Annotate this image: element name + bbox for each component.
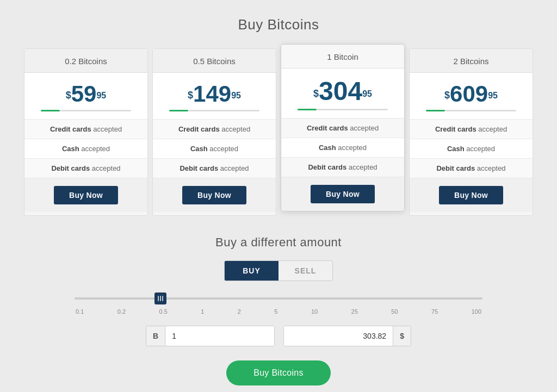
feature-debit-2: Debit cards accepted — [410, 159, 533, 178]
sell-toggle-button[interactable]: SELL — [278, 261, 332, 281]
price-section-05: $14995 — [153, 73, 276, 120]
slider-fill — [75, 297, 164, 300]
buy-bitcoins-button[interactable]: Buy Bitcoins — [226, 360, 331, 385]
feature-credit-05: Credit cards accepted — [153, 120, 276, 139]
page-wrapper: Buy Bitcoins 0.2 Bitcoins $5995 Credit c… — [0, 0, 557, 392]
price-display-05: $14995 — [188, 94, 241, 103]
card-footer-05: Buy Now — [153, 178, 276, 212]
pricing-card-2: 2 Bitcoins $60995 Credit cards accepted … — [409, 48, 533, 216]
card-header-1: 1 Bitcoin — [281, 45, 404, 69]
card-header-05: 0.5 Bitcoins — [153, 49, 276, 73]
slider-thumb-lines — [158, 296, 163, 301]
price-display-1: $30495 — [313, 92, 372, 102]
card-footer-02: Buy Now — [24, 178, 147, 212]
slider-track — [75, 297, 482, 300]
usd-suffix: $ — [393, 326, 411, 346]
btc-input-field[interactable] — [165, 326, 274, 346]
buy-now-button-02[interactable]: Buy Now — [54, 186, 118, 204]
feature-credit-02: Credit cards accepted — [24, 120, 147, 139]
price-section-2: $60995 — [410, 73, 533, 120]
feature-credit-1: Credit cards accepted — [281, 119, 404, 138]
feature-cash-1: Cash accepted — [281, 138, 404, 158]
feature-credit-2: Credit cards accepted — [410, 120, 533, 139]
price-section-02: $5995 — [24, 73, 147, 120]
usd-input-field[interactable] — [284, 326, 393, 346]
card-footer-2: Buy Now — [410, 178, 533, 212]
buy-now-button-2[interactable]: Buy Now — [439, 186, 503, 204]
price-section-1: $30495 — [281, 69, 404, 119]
slider-track-wrapper[interactable] — [75, 292, 482, 305]
input-row: B $ — [75, 326, 482, 346]
btc-prefix: B — [146, 326, 165, 346]
amount-slider-section: 0.1 0.2 0.5 1 2 5 10 25 50 75 100 — [75, 292, 482, 315]
price-display-2: $60995 — [444, 94, 498, 103]
feature-debit-05: Debit cards accepted — [153, 159, 276, 178]
different-amount-title: Buy a different amount — [215, 235, 342, 250]
page-title: Buy Bitcoins — [238, 16, 319, 33]
different-amount-section: Buy a different amount BUY SELL — [22, 235, 535, 385]
feature-debit-02: Debit cards accepted — [24, 159, 147, 178]
buy-toggle-button[interactable]: BUY — [225, 261, 278, 281]
buy-now-button-1[interactable]: Buy Now — [311, 185, 375, 203]
buy-sell-toggle: BUY SELL — [224, 260, 333, 281]
pricing-row: 0.2 Bitcoins $5995 Credit cards accepted… — [22, 48, 535, 216]
feature-debit-1: Debit cards accepted — [281, 158, 404, 177]
pricing-card-1: 1 Bitcoin $30495 Credit cards accepted C… — [281, 44, 405, 211]
pricing-card-02: 0.2 Bitcoins $5995 Credit cards accepted… — [24, 48, 148, 216]
btc-input-group: B — [146, 326, 275, 346]
slider-thumb[interactable] — [154, 293, 166, 304]
pricing-card-05: 0.5 Bitcoins $14995 Credit cards accepte… — [152, 48, 276, 216]
usd-input-group: $ — [283, 326, 411, 346]
feature-cash-05: Cash accepted — [153, 139, 276, 159]
card-footer-1: Buy Now — [281, 177, 404, 211]
price-display-02: $5995 — [66, 94, 107, 103]
feature-cash-2: Cash accepted — [410, 139, 533, 159]
slider-labels: 0.1 0.2 0.5 1 2 5 10 25 50 75 100 — [75, 308, 482, 315]
card-header-02: 0.2 Bitcoins — [24, 49, 147, 73]
card-header-2: 2 Bitcoins — [410, 49, 533, 73]
feature-cash-02: Cash accepted — [24, 139, 147, 159]
buy-now-button-05[interactable]: Buy Now — [182, 186, 246, 204]
